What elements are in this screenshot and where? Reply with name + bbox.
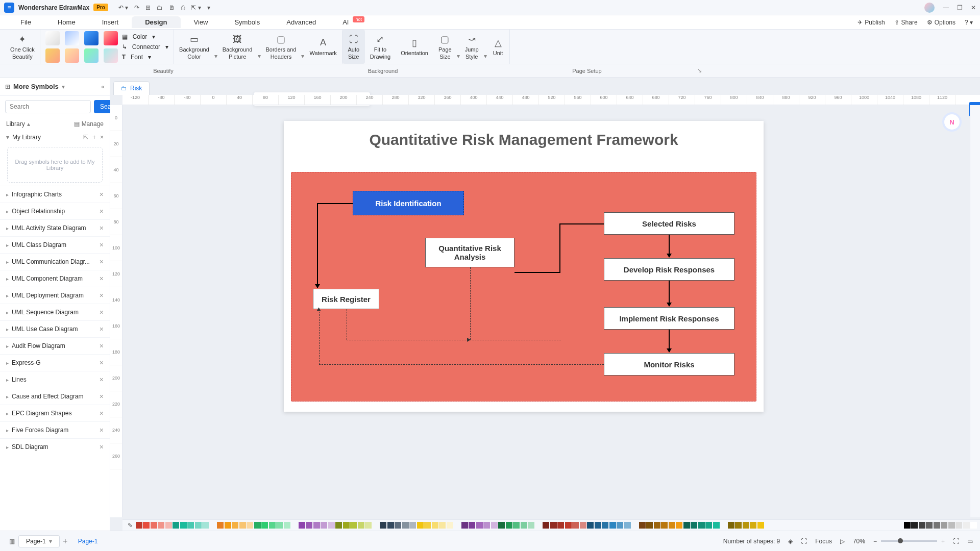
close-button[interactable]: ✕ [971,4,976,11]
close-icon[interactable]: × [100,342,104,350]
color-swatch[interactable] [506,522,512,529]
box-monitor-risks[interactable]: Monitor Risks [604,353,734,375]
gray-swatch[interactable] [919,522,925,529]
new-icon[interactable]: ⊞ [145,4,151,11]
borders-headers-button[interactable]: ▢Borders and Headers [261,30,302,64]
color-swatch[interactable] [365,522,372,529]
focus-button[interactable]: Focus [815,538,832,545]
color-swatch[interactable] [513,522,520,529]
auto-size-button[interactable]: ⛶Auto Size [342,30,365,64]
sidebar-collapse-icon[interactable]: « [101,83,105,90]
oneclick-beautify-button[interactable]: ✦ One Click Beautify [5,30,40,64]
color-swatch[interactable] [439,522,446,529]
mylib-add-icon[interactable]: + [92,134,96,141]
symbol-search-input[interactable] [5,100,91,113]
gray-swatch[interactable] [970,522,977,529]
jump-style-button[interactable]: ⤻Jump Style [460,30,484,64]
color-swatch[interactable] [617,522,623,529]
share-button[interactable]: ⇪Share [894,19,918,26]
color-swatch[interactable] [424,522,431,529]
gray-swatch[interactable] [934,522,940,529]
ai-fab-button[interactable]: N [942,112,962,132]
close-icon[interactable]: × [100,443,104,451]
color-swatch[interactable] [306,522,312,529]
color-swatch[interactable] [195,522,202,529]
color-swatch[interactable] [284,522,290,529]
color-swatch[interactable] [261,522,268,529]
color-swatch[interactable] [343,522,350,529]
unit-button[interactable]: △Unit [487,30,510,64]
close-icon[interactable]: × [100,325,104,333]
color-swatch[interactable] [180,522,187,529]
color-swatch[interactable] [705,522,712,529]
color-swatch[interactable] [691,522,697,529]
color-swatch[interactable] [373,522,379,529]
color-swatch[interactable] [476,522,483,529]
color-swatch[interactable] [743,522,749,529]
color-swatch[interactable] [595,522,601,529]
gray-swatch[interactable] [948,522,955,529]
mylib-dropzone[interactable]: Drag symbols here to add to My Library [7,147,103,183]
gray-swatch[interactable] [955,522,962,529]
connector-dropdown[interactable]: ↳Connector▾ [122,43,168,51]
color-swatch[interactable] [417,522,424,529]
color-swatch[interactable] [469,522,475,529]
color-swatch[interactable] [528,522,534,529]
color-swatch[interactable] [239,522,246,529]
mylib-export-icon[interactable]: ⇱ [83,134,88,141]
menu-home[interactable]: Home [44,16,89,28]
menu-advanced[interactable]: Advanced [273,16,329,28]
color-swatch[interactable] [654,522,660,529]
beautify-swatches[interactable] [40,30,120,64]
color-swatch[interactable] [358,522,364,529]
color-swatch[interactable] [491,522,498,529]
watermark-button[interactable]: AWatermark [304,30,342,64]
color-swatch[interactable] [580,522,586,529]
gray-swatch[interactable] [926,522,933,529]
color-swatch[interactable] [565,522,572,529]
color-swatch[interactable] [757,522,764,529]
color-swatch[interactable] [669,522,675,529]
color-swatch[interactable] [550,522,557,529]
color-swatch[interactable] [387,522,394,529]
options-button[interactable]: ⚙Options [927,19,955,26]
sidebar-category[interactable]: ▸UML Communication Diagr...× [0,253,110,270]
color-swatch[interactable] [321,522,327,529]
color-swatch[interactable] [291,522,298,529]
library-label[interactable]: Library [6,120,25,128]
color-swatch[interactable] [498,522,505,529]
eyedropper-icon[interactable]: ✎ [126,522,135,529]
active-page-tab[interactable]: Page-1 [71,536,105,547]
maximize-button[interactable]: ❐ [957,4,963,11]
sidebar-category[interactable]: ▸Lines× [0,371,110,388]
color-swatch[interactable] [572,522,579,529]
sidebar-category[interactable]: ▸Audit Flow Diagram× [0,337,110,354]
color-swatch[interactable] [713,522,720,529]
color-swatch[interactable] [728,522,734,529]
font-dropdown[interactable]: TFont▾ [122,54,151,61]
color-swatch[interactable] [299,522,305,529]
menu-design[interactable]: Design [132,16,180,28]
help-icon[interactable]: ? ▾ [965,19,973,26]
page-layout-icon[interactable]: ▥ [5,538,18,545]
color-swatch[interactable] [335,522,342,529]
color-swatch[interactable] [750,522,756,529]
color-swatch[interactable] [165,522,172,529]
color-swatch[interactable] [639,522,646,529]
zoom-slider[interactable] [881,540,937,542]
color-swatch[interactable] [151,522,157,529]
fit-drawing-button[interactable]: ⤢Fit to Drawing [365,30,396,64]
page-size-button[interactable]: ▢Page Size [433,30,457,64]
close-icon[interactable]: × [100,190,104,198]
box-quantitative-risk-analysis[interactable]: Quantitative Risk Analysis [425,238,514,267]
gray-swatch[interactable] [941,522,947,529]
doc-tab-risk[interactable]: 🗀Risk [113,81,150,95]
menu-symbols[interactable]: Symbols [221,16,273,28]
close-icon[interactable]: × [100,308,104,316]
avatar[interactable] [924,3,935,13]
color-dropdown[interactable]: ▦Color▾ [122,33,156,40]
mylib-close-icon[interactable]: × [100,134,104,141]
box-develop-responses[interactable]: Develop Risk Responses [604,258,734,281]
play-icon[interactable]: ▷ [840,538,845,545]
canvas-page[interactable]: Quantitative Risk Management Framework R… [284,121,764,412]
